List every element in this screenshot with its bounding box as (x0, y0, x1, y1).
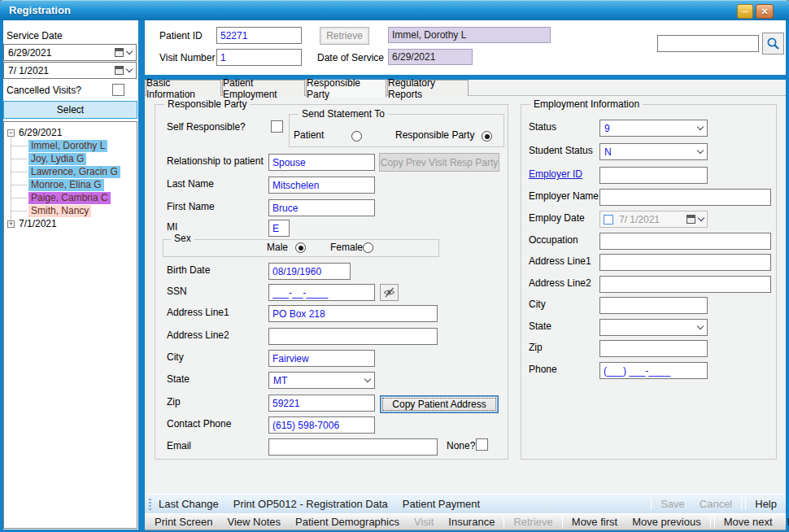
tree-date-node[interactable]: 7/1/2021 (19, 218, 57, 230)
chevron-down-icon (697, 323, 704, 329)
visit-button[interactable]: Visit (412, 516, 435, 528)
move-previous-button[interactable]: Move previous (630, 516, 703, 528)
emp-zip-input[interactable] (599, 340, 708, 357)
patient-payment-button[interactable]: Patient Payment (401, 498, 482, 510)
tree-patient-item[interactable]: Immel, Dorothy L (28, 140, 107, 152)
female-radio[interactable] (363, 242, 373, 253)
emp-state-select[interactable] (599, 319, 708, 336)
send-statement-group-title: Send Statement To (299, 108, 388, 120)
search-input[interactable] (657, 35, 759, 52)
service-date-end-picker[interactable]: 7/ 1/2021 (3, 62, 137, 79)
visit-tree[interactable]: − 6/29/2021 Immel, Dorothy L Joy, Lydia … (3, 121, 137, 529)
print-screen-button[interactable]: Print Screen (153, 516, 215, 528)
minimize-button[interactable]: ─ (737, 4, 753, 19)
emp-city-label: City (529, 299, 546, 310)
employer-id-link[interactable]: Employer ID (529, 168, 582, 180)
last-change-button[interactable]: Last Change (157, 498, 220, 510)
tree-connector (11, 198, 27, 198)
tab-responsible-party[interactable]: Responsible Party (306, 78, 386, 97)
toolbar-separator (710, 516, 711, 528)
view-notes-button[interactable]: View Notes (226, 516, 283, 528)
toolbar-separator (741, 498, 742, 510)
tab-basic-information[interactable]: Basic Information (146, 80, 221, 96)
relationship-input[interactable] (268, 154, 375, 171)
employer-name-input[interactable] (599, 189, 771, 206)
tree-patient-item[interactable]: Paige, Cambria C (28, 192, 111, 204)
tree-patient-item[interactable]: Smith, Nancy (28, 205, 91, 217)
address-line2-input[interactable] (268, 328, 438, 345)
date-of-service-label: Date of Service (317, 52, 384, 63)
move-next-button[interactable]: Move next (722, 516, 774, 528)
zip-input[interactable] (268, 395, 375, 412)
emp-status-select[interactable]: 9 (599, 120, 708, 137)
move-last-button[interactable]: Move last (786, 516, 789, 528)
move-first-button[interactable]: Move first (570, 516, 619, 528)
city-input[interactable] (268, 350, 375, 367)
patient-name-field: Immel, Dorothy L (388, 27, 551, 43)
responsible-party-radio-label: Responsible Party (395, 129, 474, 141)
retrieve-button[interactable]: Retrieve (320, 27, 369, 45)
navigation-toolbar: Print Screen View Notes Patient Demograp… (145, 513, 786, 530)
toolbar-grip[interactable] (149, 499, 151, 510)
employ-date-value: 7/ 1/2021 (619, 214, 660, 225)
tree-patient-item[interactable]: Monroe, Elina G (28, 179, 104, 191)
employer-id-input[interactable] (599, 167, 708, 184)
employ-date-picker[interactable]: 7/ 1/2021 (599, 211, 708, 228)
male-radio-label: Male (267, 242, 288, 253)
tree-patient-item[interactable]: Joy, Lydia G (28, 153, 86, 165)
retrieve-nav-button[interactable]: Retrieve (512, 516, 554, 528)
print-registration-data-button[interactable]: Print OP5012 - Registration Data (232, 498, 390, 510)
copy-patient-address-button[interactable]: Copy Patient Address (380, 395, 499, 413)
state-select[interactable]: MT (268, 372, 375, 389)
employ-date-checkbox[interactable] (604, 215, 613, 225)
contact-phone-input[interactable] (268, 416, 375, 434)
male-radio[interactable] (295, 242, 306, 253)
self-responsible-checkbox[interactable] (271, 120, 283, 133)
student-status-select[interactable]: N (599, 143, 708, 160)
calendar-icon (687, 215, 695, 224)
ssn-input[interactable] (268, 284, 375, 301)
cancel-button[interactable]: Cancel (698, 498, 734, 510)
service-date-start-picker[interactable]: 6/29/2021 (3, 44, 137, 61)
close-button[interactable]: ✕ (756, 4, 774, 19)
address-line1-label: Address Line1 (167, 307, 229, 318)
occupation-input[interactable] (599, 233, 771, 250)
collapse-icon[interactable]: − (7, 129, 15, 137)
tab-patient-employment[interactable]: Patient Employment (222, 80, 305, 96)
tree-date-node[interactable]: 6/29/2021 (19, 127, 62, 139)
window-title: Registration (9, 4, 71, 16)
search-button[interactable] (762, 33, 784, 55)
expand-icon[interactable]: + (7, 220, 15, 228)
patient-radio[interactable] (351, 131, 362, 142)
ssn-reveal-button[interactable] (380, 284, 399, 301)
help-button[interactable]: Help (753, 498, 778, 510)
tree-connector (11, 146, 27, 146)
visit-number-input[interactable] (216, 49, 302, 66)
select-button[interactable]: Select (3, 101, 137, 119)
calendar-icon (115, 66, 124, 75)
email-input[interactable] (268, 438, 438, 456)
occupation-label: Occupation (529, 234, 578, 246)
patient-id-input[interactable] (216, 27, 302, 44)
birth-date-input[interactable] (268, 263, 351, 280)
email-none-checkbox[interactable] (476, 438, 488, 451)
tree-patient-item[interactable]: Lawrence, Gracin G (28, 166, 120, 178)
insurance-button[interactable]: Insurance (447, 516, 496, 528)
cancelled-visits-checkbox[interactable] (112, 84, 124, 96)
mi-input[interactable] (268, 220, 290, 237)
copy-prev-visit-button[interactable]: Copy Prev Visit Resp Party (379, 153, 499, 172)
address-line1-input[interactable] (268, 305, 438, 322)
save-button[interactable]: Save (659, 498, 687, 510)
emp-phone-input[interactable] (599, 362, 708, 379)
patient-id-label: Patient ID (159, 30, 203, 41)
last-name-input[interactable] (268, 177, 375, 194)
emp-address-line1-input[interactable] (599, 254, 771, 271)
emp-zip-label: Zip (529, 342, 543, 353)
tab-regulatory-reports[interactable]: Regulatory Reports (387, 80, 469, 96)
patient-demographics-button[interactable]: Patient Demographics (294, 516, 401, 528)
emp-city-input[interactable] (599, 297, 708, 314)
emp-address-line2-input[interactable] (599, 276, 771, 293)
first-name-input[interactable] (268, 199, 375, 216)
chevron-down-icon (364, 376, 371, 382)
responsible-party-radio[interactable] (482, 131, 492, 142)
